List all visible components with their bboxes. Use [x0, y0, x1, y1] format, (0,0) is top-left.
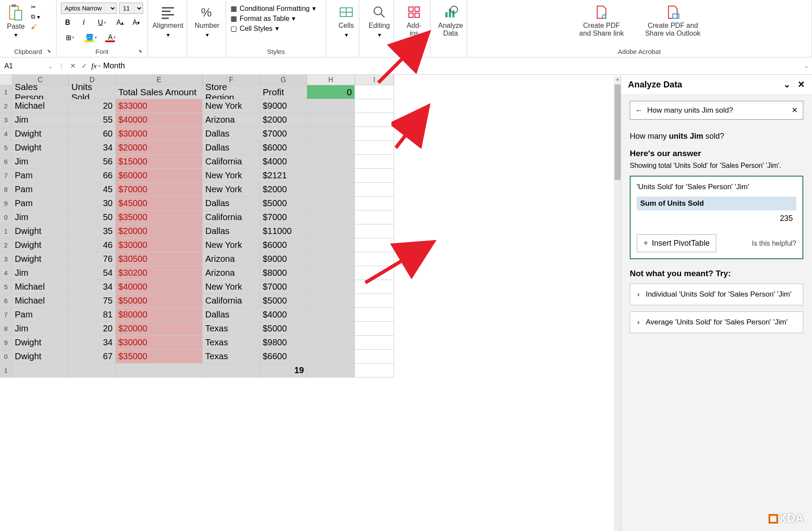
cell[interactable]: Jim	[12, 113, 69, 127]
cell[interactable]: Dwight	[12, 238, 69, 252]
cell[interactable]: $40000	[116, 280, 203, 294]
cell[interactable]: Dwight	[12, 252, 69, 266]
cell[interactable]	[307, 197, 355, 210]
cell[interactable]	[355, 266, 394, 280]
cell[interactable]	[307, 280, 355, 294]
cell[interactable]	[355, 364, 394, 377]
accept-formula-button[interactable]: ✓	[78, 62, 90, 70]
cell[interactable]	[307, 322, 355, 336]
row-header[interactable]: 7	[0, 169, 12, 183]
cell[interactable]: 20	[69, 99, 116, 113]
cell[interactable]	[307, 252, 355, 266]
increase-font-button[interactable]: A▴	[114, 17, 127, 29]
cell[interactable]	[307, 169, 355, 183]
cell[interactable]: 34	[69, 141, 116, 155]
cell[interactable]	[307, 210, 355, 224]
cell[interactable]: Pam	[12, 197, 69, 210]
cell[interactable]: $50000	[116, 294, 203, 308]
cell[interactable]: Units Sold	[69, 85, 116, 99]
cell[interactable]	[355, 308, 394, 322]
cell[interactable]: $6000	[260, 238, 307, 252]
cell[interactable]: 66	[69, 169, 116, 183]
suggestion-2[interactable]: ›Average 'Units Sold' for 'Sales Person'…	[630, 311, 803, 333]
cell[interactable]: Dwight	[12, 336, 69, 350]
cell[interactable]: $80000	[116, 308, 203, 322]
row-header[interactable]: 6	[0, 155, 12, 169]
cell[interactable]: $30000	[116, 238, 203, 252]
cell[interactable]	[355, 127, 394, 141]
cell[interactable]	[355, 155, 394, 169]
cell[interactable]: 55	[69, 113, 116, 127]
cell[interactable]	[307, 99, 355, 113]
cell[interactable]	[355, 280, 394, 294]
cell[interactable]: $6000	[260, 141, 307, 155]
cell[interactable]: $60000	[116, 169, 203, 183]
cell[interactable]	[69, 364, 116, 377]
cell[interactable]: $30000	[116, 127, 203, 141]
cell[interactable]	[307, 294, 355, 308]
conditional-formatting-button[interactable]: ▦Conditional Formatting ▾	[231, 4, 321, 13]
cell[interactable]: $9800	[260, 336, 307, 350]
font-name-select[interactable]: Aptos Narrow	[61, 3, 117, 14]
alignment-button[interactable]: Alignment▾	[152, 3, 184, 40]
row-header[interactable]: 1	[0, 364, 12, 377]
cell[interactable]: Jim	[12, 322, 69, 336]
cell[interactable]: $20000	[116, 322, 203, 336]
cell[interactable]	[355, 350, 394, 364]
cell[interactable]: 75	[69, 294, 116, 308]
row-header[interactable]: 2	[0, 99, 12, 113]
cell[interactable]: $7000	[260, 210, 307, 224]
cell[interactable]: 0	[307, 85, 355, 99]
cut-button[interactable]: ✂	[31, 3, 40, 10]
cell[interactable]	[116, 364, 203, 377]
column-header[interactable]: I	[355, 75, 394, 85]
cell[interactable]: Texas	[203, 350, 260, 364]
cell[interactable]: 34	[69, 336, 116, 350]
cell[interactable]: Jim	[12, 155, 69, 169]
row-header[interactable]: 3	[0, 252, 12, 266]
cell[interactable]: $30000	[116, 336, 203, 350]
editing-button[interactable]: Editing▾	[364, 3, 395, 40]
cell[interactable]: New York	[203, 169, 260, 183]
cell[interactable]: $6600	[260, 350, 307, 364]
cell[interactable]: Total Sales Amount	[116, 85, 203, 99]
cell[interactable]: Dwight	[12, 224, 69, 238]
row-header[interactable]: 4	[0, 266, 12, 280]
cell[interactable]: Michael	[12, 280, 69, 294]
number-button[interactable]: % Number▾	[191, 3, 223, 40]
row-header[interactable]: 1	[0, 85, 12, 99]
row-header[interactable]: 5	[0, 280, 12, 294]
row-header[interactable]: 1	[0, 224, 12, 238]
cell[interactable]	[307, 183, 355, 197]
row-header[interactable]: 3	[0, 113, 12, 127]
cell[interactable]: $35000	[116, 350, 203, 364]
cell[interactable]: Sales Person	[12, 85, 69, 99]
cell[interactable]	[355, 183, 394, 197]
scrollbar-thumb[interactable]	[615, 84, 621, 180]
row-header[interactable]: 8	[0, 183, 12, 197]
cell[interactable]: Jim	[12, 266, 69, 280]
cell[interactable]	[307, 266, 355, 280]
formula-input[interactable]	[100, 60, 810, 72]
clear-icon[interactable]: ✕	[792, 106, 798, 115]
cell[interactable]: 20	[69, 322, 116, 336]
cell[interactable]	[355, 197, 394, 210]
cell[interactable]: New York	[203, 99, 260, 113]
cell[interactable]: Dwight	[12, 127, 69, 141]
cell[interactable]: Texas	[203, 322, 260, 336]
bold-button[interactable]: B	[61, 17, 74, 29]
cell[interactable]: $4000	[260, 155, 307, 169]
cell[interactable]: $20000	[116, 141, 203, 155]
cell[interactable]: $8000	[260, 266, 307, 280]
cell[interactable]: $11000	[260, 224, 307, 238]
cell[interactable]: Dallas	[203, 127, 260, 141]
row-header[interactable]: 7	[0, 308, 12, 322]
cell[interactable]: New York	[203, 238, 260, 252]
cell[interactable]: Arizona	[203, 252, 260, 266]
cell[interactable]: 60	[69, 127, 116, 141]
cell[interactable]	[307, 336, 355, 350]
row-header[interactable]: 9	[0, 336, 12, 350]
cell[interactable]: California	[203, 155, 260, 169]
cell[interactable]	[307, 350, 355, 364]
font-size-select[interactable]: 11	[119, 3, 143, 14]
